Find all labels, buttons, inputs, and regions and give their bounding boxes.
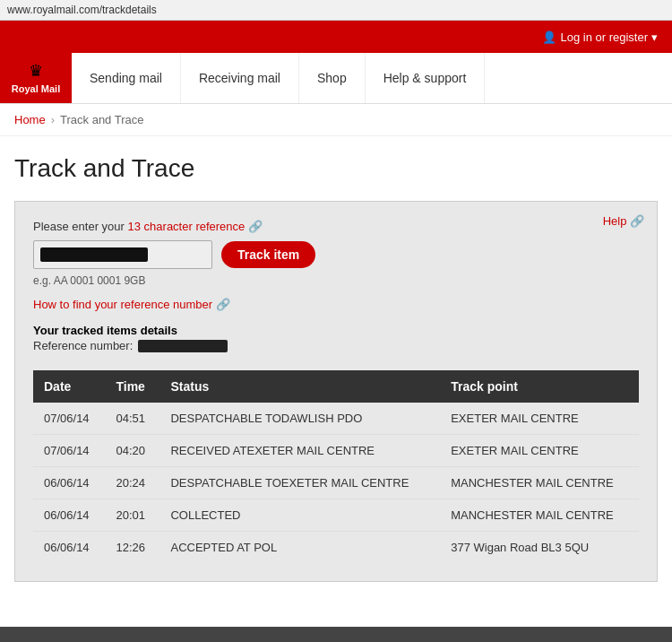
cell-time: 04:51 xyxy=(105,403,159,435)
ref-number-redacted xyxy=(138,340,228,352)
form-row: Track item xyxy=(33,240,639,269)
breadcrumb: Home › Track and Trace xyxy=(0,104,672,136)
table-row: 06/06/1412:26ACCEPTED AT POL377 Wigan Ro… xyxy=(33,532,639,564)
address-bar: www.royalmail.com/trackdetails xyxy=(0,0,672,21)
crown-icon: ♛ xyxy=(12,61,60,81)
tracking-input[interactable] xyxy=(33,240,212,269)
col-time: Time xyxy=(105,370,159,403)
13-char-ref-link[interactable]: 13 character reference xyxy=(128,220,246,233)
cell-track_point: MANCHESTER MAIL CENTRE xyxy=(440,467,639,499)
url-text: www.royalmail.com/trackdetails xyxy=(7,4,157,16)
cell-track_point: 377 Wigan Road BL3 5QU xyxy=(440,532,639,564)
cell-date: 06/06/14 xyxy=(33,499,105,532)
ref-number-line: Reference number: xyxy=(33,339,639,352)
nav-bar: ♛ Royal Mail Sending mail Receiving mail… xyxy=(0,53,672,104)
main-content: Track and Trace Help 🔗 Please enter your… xyxy=(0,136,672,627)
nav-item-sending-mail[interactable]: Sending mail xyxy=(72,53,181,103)
cell-status: RECEIVED ATEXETER MAIL CENTRE xyxy=(159,435,440,467)
breadcrumb-separator: › xyxy=(51,113,55,126)
cell-time: 04:20 xyxy=(105,435,159,467)
cell-date: 06/06/14 xyxy=(33,532,105,564)
cell-track_point: MANCHESTER MAIL CENTRE xyxy=(440,499,639,532)
cell-date: 07/06/14 xyxy=(33,435,105,467)
login-label: Log in or register xyxy=(560,30,648,44)
cell-date: 07/06/14 xyxy=(33,403,105,435)
track-panel: Help 🔗 Please enter your 13 character re… xyxy=(14,201,658,582)
nav-item-help-support[interactable]: Help & support xyxy=(366,53,486,103)
find-ref-link[interactable]: How to find your reference number 🔗 xyxy=(33,298,639,311)
col-date: Date xyxy=(33,370,105,403)
table-row: 07/06/1404:51DESPATCHABLE TODAWLISH PDOE… xyxy=(33,403,639,435)
login-link[interactable]: 👤 Log in or register ▾ xyxy=(542,30,658,44)
example-text: e.g. AA 0001 0001 9GB xyxy=(33,274,639,287)
cell-date: 06/06/14 xyxy=(33,467,105,499)
breadcrumb-home[interactable]: Home xyxy=(14,113,46,126)
cell-time: 12:26 xyxy=(105,532,159,564)
table-row: 07/06/1404:20RECEIVED ATEXETER MAIL CENT… xyxy=(33,435,639,467)
table-row: 06/06/1420:24DESPATCHABLE TOEXETER MAIL … xyxy=(33,467,639,499)
col-status: Status xyxy=(159,370,440,403)
nav-item-shop[interactable]: Shop xyxy=(299,53,366,103)
table-header: Date Time Status Track point xyxy=(33,370,639,403)
table-row: 06/06/1420:01COLLECTEDMANCHESTER MAIL CE… xyxy=(33,499,639,532)
help-link[interactable]: Help 🔗 xyxy=(603,214,644,228)
chevron-down-icon: ▾ xyxy=(651,30,658,44)
cell-status: DESPATCHABLE TOEXETER MAIL CENTRE xyxy=(159,467,440,499)
top-bar: 👤 Log in or register ▾ xyxy=(0,21,672,53)
cell-track_point: EXETER MAIL CENTRE xyxy=(440,435,639,467)
logo[interactable]: ♛ Royal Mail xyxy=(0,53,72,103)
col-track-point: Track point xyxy=(440,370,639,403)
page-title: Track and Trace xyxy=(14,154,658,183)
bottom-bar xyxy=(0,627,672,642)
form-label: Please enter your 13 character reference… xyxy=(33,220,639,233)
cell-status: COLLECTED xyxy=(159,499,440,532)
cell-time: 20:24 xyxy=(105,467,159,499)
user-icon: 👤 xyxy=(542,30,556,44)
cell-track_point: EXETER MAIL CENTRE xyxy=(440,403,639,435)
table-body: 07/06/1404:51DESPATCHABLE TODAWLISH PDOE… xyxy=(33,403,639,563)
logo-text: Royal Mail xyxy=(12,83,60,94)
cell-status: ACCEPTED AT POL xyxy=(159,532,440,564)
results-table: Date Time Status Track point 07/06/1404:… xyxy=(33,370,639,563)
track-item-button[interactable]: Track item xyxy=(221,241,315,268)
nav-item-receiving-mail[interactable]: Receiving mail xyxy=(181,53,299,103)
cell-status: DESPATCHABLE TODAWLISH PDO xyxy=(159,403,440,435)
breadcrumb-current: Track and Trace xyxy=(60,113,143,126)
nav-items: Sending mail Receiving mail Shop Help & … xyxy=(72,53,672,103)
tracked-label: Your tracked items details xyxy=(33,324,639,337)
cell-time: 20:01 xyxy=(105,499,159,532)
